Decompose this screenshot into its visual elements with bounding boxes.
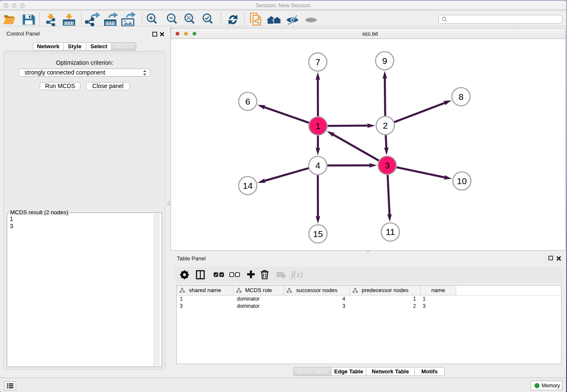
svg-text:3: 3: [385, 160, 390, 170]
svg-text:2: 2: [383, 121, 388, 130]
svg-text:15: 15: [313, 229, 322, 239]
svg-text:6: 6: [245, 97, 250, 106]
svg-text:9: 9: [382, 56, 387, 66]
svg-text:8: 8: [458, 92, 463, 102]
svg-text:14: 14: [242, 181, 253, 190]
svg-text:7: 7: [315, 57, 320, 67]
svg-text:f(x): f(x): [291, 270, 303, 279]
svg-text:1: 1: [315, 121, 320, 131]
svg-text:11: 11: [385, 227, 395, 237]
svg-text:4: 4: [315, 160, 320, 170]
svg-text:10: 10: [457, 176, 466, 186]
